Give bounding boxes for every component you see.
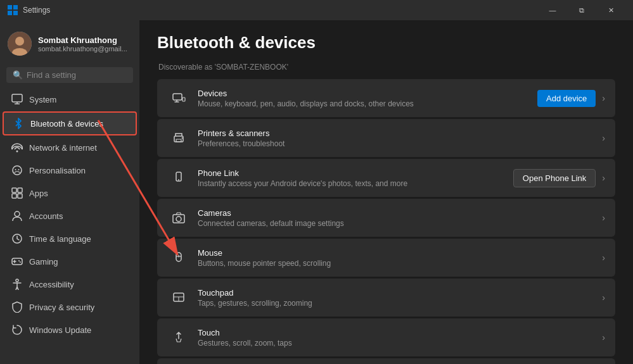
settings-item-printers[interactable]: Printers & scanners Preferences, trouble… (157, 119, 615, 157)
profile-section[interactable]: Sombat Khruathong sombat.khruathong@gmai… (0, 25, 139, 62)
personalisation-label: Personalisation (29, 166, 86, 175)
close-button[interactable]: ✕ (596, 0, 625, 20)
profile-email: sombat.khruathong@gmail... (38, 45, 132, 53)
apps-icon (11, 187, 23, 199)
svg-rect-3 (12, 94, 22, 102)
app-title: Settings (23, 6, 538, 15)
printers-title: Printers & scanners (198, 129, 602, 138)
sidebar-item-time[interactable]: Time & language (3, 228, 137, 249)
open-phone-link-button[interactable]: Open Phone Link (513, 169, 596, 187)
mouse-icon (167, 246, 190, 269)
minimize-button[interactable]: — (538, 0, 567, 20)
network-icon (11, 142, 23, 153)
add-device-button[interactable]: Add device (537, 90, 596, 107)
cameras-title: Cameras (198, 208, 602, 218)
sidebar-item-accessibility[interactable]: Accessibility (3, 273, 137, 295)
phonelink-chevron: › (602, 173, 605, 183)
phonelink-action: Open Phone Link › (513, 169, 605, 187)
sidebar-item-apps[interactable]: Apps (3, 182, 137, 204)
apps-label: Apps (29, 189, 48, 198)
settings-item-devices[interactable]: Devices Mouse, keyboard, pen, audio, dis… (157, 79, 615, 117)
devices-title: Devices (198, 89, 537, 98)
settings-item-cameras[interactable]: Cameras Connected cameras, default image… (157, 199, 615, 237)
svg-point-30 (176, 217, 181, 222)
sidebar-item-accounts[interactable]: Accounts (3, 205, 137, 227)
svg-point-8 (15, 169, 16, 170)
mouse-text: Mouse Buttons, mouse pointer speed, scro… (190, 248, 602, 268)
system-icon (11, 94, 23, 105)
svg-point-6 (16, 151, 18, 153)
printers-text: Printers & scanners Preferences, trouble… (190, 129, 602, 148)
settings-item-penink[interactable]: Pen & Windows Ink Right-handed or left-h… (157, 358, 615, 364)
mouse-chevron: › (602, 253, 605, 263)
maximize-button[interactable]: ⧉ (567, 0, 596, 20)
accounts-icon (11, 210, 23, 222)
phonelink-desc: Instantly access your Android device's p… (198, 179, 513, 188)
cameras-desc: Connected cameras, default image setting… (198, 219, 602, 228)
devices-desc: Mouse, keyboard, pen, audio, displays an… (198, 99, 537, 108)
svg-point-9 (18, 169, 20, 170)
touch-icon (167, 326, 190, 349)
sidebar-item-system[interactable]: System (3, 89, 137, 110)
cameras-chevron: › (602, 213, 605, 223)
svg-point-19 (18, 260, 20, 261)
printers-action: › (602, 133, 605, 143)
touch-action: › (602, 332, 605, 342)
phonelink-text: Phone Link Instantly access your Android… (190, 168, 513, 188)
accessibility-icon (11, 279, 23, 290)
touch-desc: Gestures, scroll, zoom, taps (198, 339, 602, 348)
printers-chevron: › (602, 133, 605, 143)
printers-desc: Preferences, troubleshoot (198, 139, 602, 148)
time-label: Time & language (29, 234, 91, 244)
search-input[interactable] (27, 70, 133, 80)
page-title: Bluetooth & devices (157, 33, 615, 53)
app-icon (8, 5, 18, 15)
svg-point-28 (178, 179, 179, 180)
privacy-icon (11, 301, 23, 313)
gaming-label: Gaming (29, 257, 58, 267)
sidebar-item-network[interactable]: Network & internet (3, 137, 137, 158)
time-icon (11, 233, 23, 244)
svg-rect-22 (173, 94, 182, 100)
svg-rect-23 (182, 97, 185, 101)
svg-rect-11 (18, 188, 22, 192)
svg-point-14 (15, 211, 20, 217)
main-content: Bluetooth & devices Discoverable as 'SOM… (139, 20, 633, 364)
phonelink-title: Phone Link (198, 168, 513, 178)
mouse-desc: Buttons, mouse pointer speed, scrolling (198, 259, 602, 268)
window-controls: — ⧉ ✕ (538, 0, 625, 20)
profile-name: Sombat Khruathong (38, 35, 132, 45)
profile-info: Sombat Khruathong sombat.khruathong@gmai… (38, 35, 132, 53)
privacy-label: Privacy & security (29, 303, 94, 312)
settings-item-mouse[interactable]: Mouse Buttons, mouse pointer speed, scro… (157, 239, 615, 277)
bluetooth-label: Bluetooth & devices (30, 119, 103, 129)
touchpad-icon (167, 286, 190, 309)
sidebar-item-update[interactable]: Windows Update (3, 319, 137, 341)
accounts-label: Accounts (29, 211, 63, 221)
personalisation-icon (11, 165, 23, 176)
mouse-title: Mouse (198, 248, 602, 258)
update-icon (11, 324, 23, 336)
settings-item-phonelink[interactable]: Phone Link Instantly access your Android… (157, 159, 615, 197)
touchpad-action: › (602, 292, 605, 303)
bluetooth-icon (13, 118, 24, 129)
scroll-hint: Discoverable as 'SOMBAT-ZENBOOK' (157, 63, 615, 72)
sidebar: Sombat Khruathong sombat.khruathong@gmai… (0, 20, 139, 364)
sidebar-item-gaming[interactable]: Gaming (3, 251, 137, 272)
settings-item-touchpad[interactable]: Touchpad Taps, gestures, scrolling, zoom… (157, 279, 615, 317)
svg-point-21 (16, 279, 18, 282)
settings-item-touch[interactable]: Touch Gestures, scroll, zoom, taps › (157, 318, 615, 356)
sidebar-item-bluetooth[interactable]: Bluetooth & devices (3, 111, 137, 135)
gaming-icon (11, 256, 23, 267)
svg-rect-12 (12, 194, 16, 198)
sidebar-item-privacy[interactable]: Privacy & security (3, 296, 137, 318)
sidebar-item-personalisation[interactable]: Personalisation (3, 160, 137, 181)
search-icon: 🔍 (13, 70, 23, 80)
cameras-action: › (602, 213, 605, 223)
title-bar: Settings — ⧉ ✕ (0, 0, 633, 20)
mouse-action: › (602, 253, 605, 263)
touch-chevron: › (602, 332, 605, 342)
svg-rect-13 (18, 194, 22, 198)
svg-point-1 (15, 37, 24, 46)
search-box[interactable]: 🔍 (6, 67, 133, 83)
